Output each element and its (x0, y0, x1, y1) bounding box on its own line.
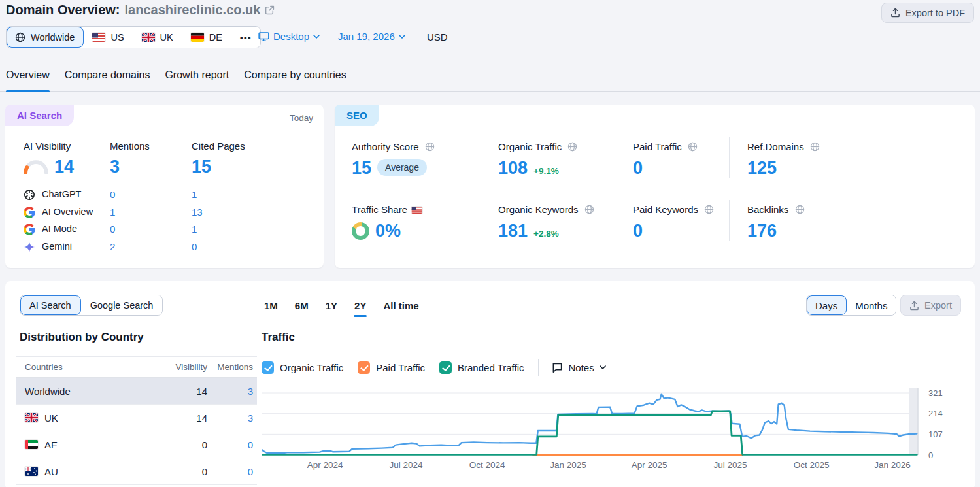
upload-icon (890, 8, 900, 18)
traffic-title: Traffic (262, 331, 295, 344)
granularity-days[interactable]: Days (807, 295, 847, 315)
metric-label-text: Paid Traffic (633, 141, 682, 152)
range-all-time[interactable]: All time (383, 300, 418, 311)
us-flag-icon (411, 207, 422, 214)
table-row-worldwide[interactable]: Worldwide 14 3 (16, 378, 257, 405)
legend-organic-traffic[interactable]: Organic Traffic (262, 361, 343, 374)
legend-label: Paid Traffic (376, 362, 425, 373)
ae-flag-icon (25, 440, 38, 449)
organic-traffic-line[interactable] (262, 394, 917, 454)
svg-text:Jan 2025: Jan 2025 (550, 460, 586, 470)
traffic-chart[interactable]: Apr 2024Jul 2024Oct 2024Jan 2025Apr 2025… (262, 384, 955, 475)
engine-mentions-link[interactable]: 0 (110, 189, 115, 200)
page-title: Domain Overview: lancashireclinic.co.uk (6, 3, 275, 18)
range-1m[interactable]: 1M (264, 300, 278, 311)
external-link-icon[interactable] (265, 5, 275, 15)
date-selector[interactable]: Jan 19, 2026 (338, 31, 405, 42)
mentions-value: 3 (110, 157, 120, 177)
legend-branded-traffic[interactable]: Branded Traffic (439, 361, 524, 374)
mentions-link[interactable]: 0 (207, 466, 257, 477)
organic-keywords-value: 181 (498, 221, 528, 241)
seo-pill: SEO (335, 105, 379, 126)
granularity-toggle: Days Months (806, 295, 896, 316)
divider (729, 137, 730, 178)
legend-paid-traffic[interactable]: Paid Traffic (358, 361, 425, 374)
checkbox-branded[interactable] (439, 361, 452, 374)
region-uk[interactable]: UK (133, 27, 182, 48)
range-2y[interactable]: 2Y (354, 300, 366, 311)
engine-mentions-link[interactable]: 0 (110, 224, 115, 235)
granularity-months[interactable]: Months (847, 295, 896, 315)
engine-mentions-link[interactable]: 1 (110, 207, 115, 218)
divider (256, 356, 256, 487)
legend-label: Branded Traffic (458, 362, 524, 373)
uk-flag-icon (142, 33, 155, 42)
source-toggle-label: Google Search (90, 300, 154, 311)
currency-label: USD (427, 31, 448, 42)
source-toggle-ai-search[interactable]: AI Search (20, 295, 81, 315)
range-label: All time (383, 300, 418, 311)
range-label: 2Y (354, 300, 366, 311)
metric-label-text: Paid Keywords (633, 204, 698, 215)
table-row-au[interactable]: AU 0 0 (16, 458, 257, 485)
database-globe-icon[interactable] (567, 142, 577, 152)
database-globe-icon[interactable] (584, 205, 594, 214)
globe-icon (15, 32, 25, 42)
tab-compare-by-countries[interactable]: Compare by countries (244, 65, 346, 91)
engine-cited-pages-link[interactable]: 13 (192, 207, 203, 218)
desktop-icon (258, 31, 269, 42)
divider (538, 359, 539, 376)
notes-label: Notes (568, 362, 594, 373)
organic-traffic-delta: +9.1% (533, 166, 559, 176)
traffic-chart-area[interactable]: Apr 2024Jul 2024Oct 2024Jan 2025Apr 2025… (262, 384, 955, 477)
export-button[interactable]: Export (900, 295, 961, 316)
mentions-link[interactable]: 0 (207, 439, 257, 450)
engine-cited-pages-link[interactable]: 0 (192, 241, 197, 252)
source-toggle-google-search[interactable]: Google Search (81, 295, 163, 315)
page-title-domain: lancashireclinic.co.uk (125, 3, 261, 18)
organic-keywords-value-group: 181 +2.8% (498, 221, 559, 241)
table-row-ae[interactable]: AE 0 0 (16, 431, 257, 458)
note-bubble-icon (552, 362, 563, 373)
chart-x-labels: Apr 2024Jul 2024Oct 2024Jan 2025Apr 2025… (307, 460, 911, 470)
checkbox-organic[interactable] (262, 361, 274, 374)
database-globe-icon[interactable] (688, 142, 698, 152)
chatgpt-icon (24, 189, 35, 201)
tab-compare-domains[interactable]: Compare domains (65, 65, 150, 91)
traffic-share-value: 0% (375, 221, 401, 241)
engine-cited-pages-link[interactable]: 1 (192, 224, 197, 235)
authority-score-value: 15 (352, 158, 371, 178)
table-row-uk[interactable]: UK 14 3 (16, 405, 257, 431)
tab-growth-report[interactable]: Growth report (165, 65, 229, 91)
mentions-label: Mentions (110, 141, 150, 152)
engine-cited-pages-link[interactable]: 1 (192, 189, 197, 200)
device-selector[interactable]: Desktop (258, 31, 320, 42)
region-de[interactable]: DE (182, 27, 231, 48)
region-us[interactable]: US (84, 27, 133, 48)
region-worldwide[interactable]: Worldwide (7, 27, 84, 48)
de-flag-icon (191, 33, 204, 42)
gauge-icon (24, 160, 48, 174)
region-more-button[interactable]: ••• (231, 27, 260, 48)
database-globe-icon[interactable] (795, 205, 805, 214)
paid-keywords-label: Paid Keywords (633, 204, 714, 215)
range-6m[interactable]: 6M (295, 300, 309, 311)
database-globe-icon[interactable] (704, 205, 714, 214)
ai-visibility-value: 14 (54, 157, 74, 177)
notes-dropdown[interactable]: Notes (552, 362, 605, 373)
database-globe-icon[interactable] (810, 142, 820, 152)
range-1y[interactable]: 1Y (326, 300, 337, 311)
svg-text:Apr 2025: Apr 2025 (632, 460, 667, 470)
checkbox-paid[interactable] (358, 361, 370, 374)
export-to-pdf-label: Export to PDF (905, 8, 965, 18)
mentions-link[interactable]: 3 (207, 386, 257, 397)
database-globe-icon[interactable] (425, 142, 435, 152)
divider (617, 200, 617, 241)
tab-overview[interactable]: Overview (6, 65, 50, 91)
visibility-value: 14 (148, 412, 207, 424)
domain-overview-page: Domain Overview: lancashireclinic.co.uk … (0, 0, 980, 487)
export-to-pdf-button[interactable]: Export to PDF (881, 3, 974, 23)
engine-mentions-link[interactable]: 2 (110, 241, 115, 252)
mentions-link[interactable]: 3 (207, 412, 257, 424)
date-selector-label: Jan 19, 2026 (338, 31, 395, 42)
